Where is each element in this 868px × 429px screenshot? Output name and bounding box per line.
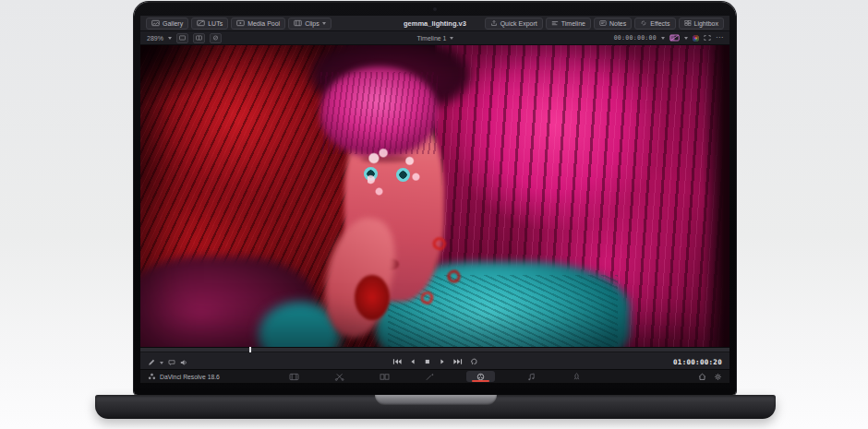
play-button[interactable]	[439, 358, 446, 365]
davinci-resolve-window: Gallery LUTs Media Pool Clips	[140, 16, 729, 383]
chevron-down-icon[interactable]	[661, 37, 665, 40]
loop-button[interactable]	[470, 358, 478, 365]
chevron-down-icon[interactable]	[168, 37, 172, 40]
tab-fusion[interactable]	[421, 371, 439, 382]
source-timecode: 00:00:00:00	[614, 34, 657, 42]
tab-cut[interactable]	[331, 371, 348, 382]
cut-page-icon	[334, 373, 344, 381]
luts-button[interactable]: LUTs	[191, 18, 228, 30]
quick-export-label: Quick Export	[500, 20, 537, 27]
media-pool-icon	[236, 19, 245, 27]
media-pool-button[interactable]: Media Pool	[231, 18, 285, 30]
color-page-icon	[476, 373, 486, 381]
tab-color[interactable]	[466, 371, 495, 382]
expand-icon[interactable]	[704, 34, 711, 42]
clips-label: Clips	[305, 20, 319, 27]
lightbox-icon	[684, 19, 692, 27]
chevron-down-icon[interactable]	[450, 37, 453, 40]
transport-bar: 01:00:00:20	[140, 347, 729, 369]
effects-button[interactable]: Effects	[634, 18, 675, 30]
tab-media[interactable]	[285, 371, 303, 382]
timeline-label: Timeline	[561, 20, 585, 27]
step-back-button[interactable]	[409, 358, 416, 365]
gallery-label: Gallery	[163, 20, 183, 27]
overflow-menu-icon[interactable]: ⋯	[716, 35, 723, 41]
notes-button[interactable]: Notes	[594, 18, 632, 30]
split-screen-icon[interactable]	[193, 33, 205, 43]
clips-button[interactable]: Clips	[288, 18, 332, 30]
lightbox-button[interactable]: Lightbox	[679, 18, 724, 30]
edit-page-icon	[380, 373, 390, 381]
page-bar: DaVinci Resolve 18.6	[140, 369, 729, 383]
viewer-header: 289% Timeline 1	[140, 31, 729, 45]
viewer-image[interactable]	[140, 45, 729, 347]
notes-icon	[599, 19, 607, 27]
media-pool-label: Media Pool	[247, 20, 280, 27]
tab-fairlight[interactable]	[523, 371, 540, 382]
media-page-icon	[289, 373, 299, 381]
single-clip-icon[interactable]	[176, 33, 188, 43]
chevron-down-icon	[322, 22, 326, 25]
laptop-base	[95, 395, 776, 419]
transport-controls	[140, 358, 729, 365]
tab-edit[interactable]	[376, 371, 393, 382]
skip-end-button[interactable]	[453, 358, 463, 365]
macbook-pro: Gallery LUTs Media Pool Clips	[0, 0, 868, 429]
timeline-scrubber[interactable]	[140, 348, 729, 352]
export-icon	[490, 19, 498, 27]
chevron-down-icon[interactable]	[684, 37, 688, 40]
playhead[interactable]	[249, 347, 251, 352]
webcam-icon	[433, 7, 437, 11]
luts-label: LUTs	[208, 20, 223, 27]
zoom-level[interactable]: 289%	[147, 35, 163, 42]
viewer-zoom-group: 289%	[147, 33, 222, 43]
effects-icon	[640, 19, 647, 27]
gallery-icon	[151, 19, 160, 27]
gallery-button[interactable]: Gallery	[146, 18, 188, 30]
bypass-icon[interactable]	[210, 33, 222, 43]
color-wheel-icon[interactable]	[693, 35, 699, 42]
luts-icon	[197, 19, 205, 27]
main-toolbar: Gallery LUTs Media Pool Clips	[140, 16, 729, 31]
effects-label: Effects	[650, 20, 669, 27]
toolbar-right-group: Quick Export Timeline Notes Effects	[485, 18, 724, 30]
clips-icon	[294, 19, 302, 27]
laptop-lid: Gallery LUTs Media Pool Clips	[134, 2, 736, 395]
page-tabs	[140, 371, 729, 382]
quick-export-button[interactable]: Quick Export	[485, 18, 543, 30]
timeline-icon	[551, 19, 559, 27]
wipe-icon[interactable]	[669, 34, 680, 42]
toolbar-left-group: Gallery LUTs Media Pool Clips	[146, 18, 332, 30]
timeline-button[interactable]: Timeline	[546, 18, 591, 30]
fusion-page-icon	[425, 373, 435, 381]
timeline-selector-label[interactable]: Timeline 1	[416, 35, 446, 42]
tab-deliver[interactable]	[568, 371, 585, 382]
lid-notch	[375, 395, 497, 405]
photo-layer	[140, 45, 729, 347]
viewer-header-right: 00:00:00:00 ⋯	[614, 34, 723, 42]
deliver-page-icon	[572, 373, 582, 381]
lightbox-label: Lightbox	[694, 20, 718, 27]
fairlight-page-icon	[526, 373, 536, 381]
skip-start-button[interactable]	[392, 358, 402, 365]
notes-label: Notes	[609, 20, 626, 27]
stop-button[interactable]	[424, 358, 431, 365]
